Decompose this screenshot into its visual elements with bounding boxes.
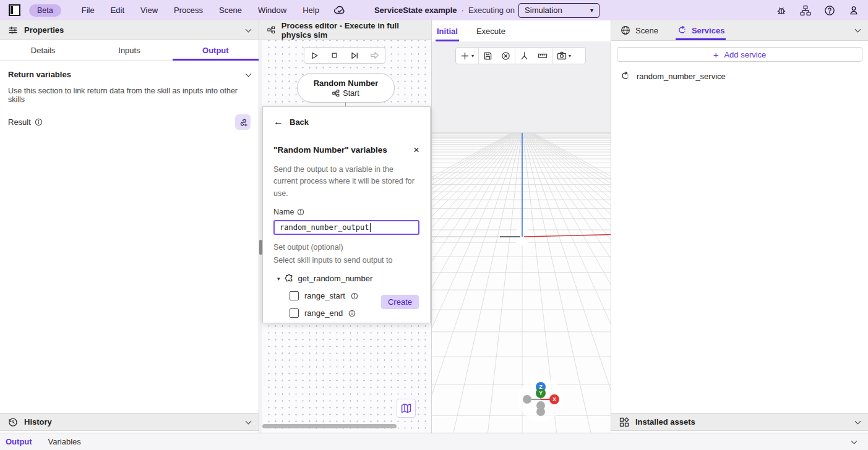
tree-expand-caret-icon[interactable]: ▾	[277, 276, 280, 282]
topbar-right-actions	[776, 5, 859, 16]
title-separator: ·	[462, 6, 464, 15]
service-list-item[interactable]: random_number_service	[611, 62, 868, 81]
close-icon[interactable]: ×	[413, 145, 419, 155]
map-icon	[401, 403, 411, 414]
camera-icon	[557, 51, 567, 61]
info-icon[interactable]	[35, 118, 43, 126]
globe-icon	[621, 25, 630, 35]
text-cursor	[370, 223, 371, 232]
scene-services-panel: Scene Services + Add service random_numb…	[611, 20, 868, 433]
viewport-3d-canvas[interactable]: ▾ ▾	[432, 41, 611, 433]
add-service-button[interactable]: + Add service	[617, 47, 862, 62]
skill-name: get_random_number	[298, 274, 373, 283]
add-object-button[interactable]: ▾	[456, 48, 478, 64]
variable-name-input[interactable]: random_number_output	[273, 220, 419, 235]
app-logo-icon	[9, 4, 20, 16]
tab-execute[interactable]: Execute	[476, 20, 505, 41]
chevron-down-icon: ▾	[590, 7, 593, 14]
history-panel-header[interactable]: History	[0, 413, 259, 431]
menu-file[interactable]: File	[74, 6, 103, 15]
create-button[interactable]: Create	[381, 295, 419, 309]
tab-services[interactable]: Services	[676, 20, 726, 40]
input-row-range-end: range_end	[273, 308, 419, 318]
dialog-title: "Random Number" variables	[273, 145, 387, 155]
minimap-button[interactable]	[397, 399, 416, 418]
cloud-sync-icon[interactable]	[333, 4, 346, 17]
installed-assets-title: Installed assets	[635, 417, 695, 427]
menu-scene[interactable]: Scene	[211, 6, 250, 15]
return-variables-chevron-icon[interactable]	[246, 70, 252, 77]
tab-scene[interactable]: Scene	[619, 20, 660, 40]
tab-initial[interactable]: Initial	[437, 20, 458, 41]
menu-view[interactable]: View	[132, 6, 166, 15]
range-end-checkbox[interactable]	[290, 308, 299, 318]
account-icon[interactable]	[848, 5, 859, 16]
clear-selection-button[interactable]	[497, 48, 515, 64]
right-panel-chevron-icon[interactable]	[855, 27, 861, 33]
executing-on-label: Executing on	[468, 6, 515, 15]
gizmo-neg-z-handle	[536, 407, 545, 416]
select-inputs-label: Select skill inputs to send output to	[273, 256, 419, 265]
properties-panel-header: Properties	[0, 20, 259, 40]
save-icon	[483, 51, 492, 61]
tab-inputs[interactable]: Inputs	[86, 40, 172, 60]
range-start-label: range_start	[304, 291, 345, 300]
history-panel-title: History	[24, 417, 52, 427]
info-icon[interactable]	[351, 292, 358, 300]
measure-button[interactable]	[533, 48, 552, 64]
frame-axes-button[interactable]	[515, 48, 533, 64]
stop-button[interactable]	[327, 49, 342, 62]
sliders-icon	[8, 25, 18, 35]
bottom-bar-chevron-icon[interactable]	[851, 438, 857, 444]
history-chevron-icon[interactable]	[246, 418, 252, 424]
project-title: ServiceState example	[374, 6, 457, 15]
result-row: Result	[0, 106, 259, 130]
skill-tree-node[interactable]: ▾ get_random_number	[273, 274, 419, 283]
process-editor-horizontal-scrollbar[interactable]	[262, 424, 397, 428]
sitemap-icon[interactable]	[800, 5, 811, 16]
dialog-back-button[interactable]: ← Back	[273, 116, 419, 127]
range-start-checkbox[interactable]	[290, 291, 299, 300]
camera-button[interactable]: ▾	[552, 48, 575, 64]
debug-icon[interactable]	[776, 5, 787, 16]
link-plus-icon	[238, 117, 248, 127]
installed-assets-chevron-icon[interactable]	[855, 418, 861, 424]
skip-button[interactable]	[367, 49, 382, 62]
bottom-status-bar: Output Variables	[0, 433, 868, 450]
link-output-button[interactable]	[235, 114, 251, 130]
menu-help[interactable]: Help	[294, 6, 327, 15]
back-label: Back	[290, 117, 309, 127]
return-variables-section-header[interactable]: Return variables	[0, 61, 259, 85]
info-icon[interactable]	[297, 208, 304, 216]
menu-edit[interactable]: Edit	[103, 6, 132, 15]
right-panel-header: Scene Services	[611, 20, 868, 41]
plus-icon	[460, 51, 470, 61]
menu-process[interactable]: Process	[166, 6, 211, 15]
menu-window[interactable]: Window	[250, 6, 294, 15]
tab-output[interactable]: Output	[173, 40, 259, 60]
installed-assets-header[interactable]: Installed assets	[611, 413, 868, 431]
axes-tripod-icon	[520, 51, 529, 61]
gizmo-x-label: X	[552, 396, 556, 402]
tab-bottom-variables[interactable]: Variables	[48, 437, 81, 446]
set-output-label: Set output (optional)	[273, 243, 419, 252]
result-label: Result	[8, 117, 31, 127]
viewport-toolbar: ▾ ▾	[455, 47, 586, 64]
save-view-button[interactable]	[479, 48, 497, 64]
tab-details[interactable]: Details	[0, 40, 86, 60]
info-icon[interactable]	[348, 310, 356, 317]
process-node-random-number[interactable]: Random Number Start	[297, 73, 395, 103]
environment-value: Simulation	[525, 6, 562, 15]
step-forward-button[interactable]	[347, 49, 362, 62]
environment-dropdown[interactable]: Simulation ▾	[518, 3, 599, 18]
properties-tabs: Details Inputs Output	[0, 40, 259, 61]
help-icon[interactable]	[824, 5, 835, 16]
collapse-properties-chevron-icon[interactable]	[246, 26, 252, 32]
ruler-icon	[538, 51, 548, 61]
play-button[interactable]	[307, 49, 322, 62]
chevron-down-icon: ▾	[471, 53, 474, 59]
tab-bottom-output[interactable]: Output	[6, 437, 32, 446]
orientation-gizmo[interactable]: Z Y X	[516, 374, 565, 425]
service-icon	[677, 25, 687, 35]
return-variables-title: Return variables	[8, 70, 71, 79]
